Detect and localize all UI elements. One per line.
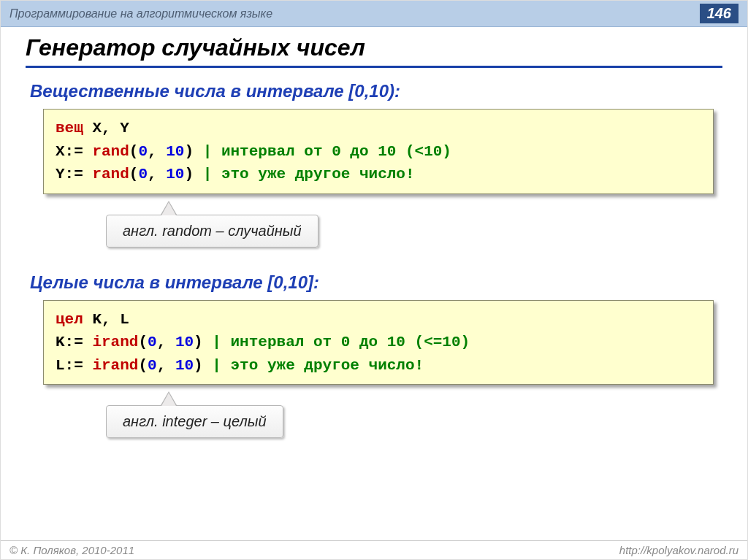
section-real: Вещественные числа в интервале [0,10): в… xyxy=(26,81,722,248)
comment: | это уже другое число! xyxy=(212,357,424,374)
comment: | интервал от 0 до 10 (<10) xyxy=(203,143,451,160)
footer-url: http://kpolyakov.narod.ru xyxy=(619,544,739,556)
code-line: цел K, L xyxy=(56,308,701,331)
vars: X, Y xyxy=(83,120,129,137)
code-line: L:= irand(0, 10) | это уже другое число! xyxy=(56,354,701,377)
lhs: L:= xyxy=(56,357,83,374)
vars: K, L xyxy=(83,311,129,328)
arg: 10 xyxy=(166,143,184,160)
comment: | интервал от 0 до 10 (<=10) xyxy=(212,334,470,350)
paren: ) xyxy=(184,166,202,183)
sep: , xyxy=(148,143,166,160)
keyword: цел xyxy=(56,311,83,328)
page-number: 146 xyxy=(700,4,739,23)
fn: rand xyxy=(83,143,129,160)
paren: ) xyxy=(184,143,202,160)
arg: 10 xyxy=(166,166,184,183)
content: Генератор случайных чисел Вещественные ч… xyxy=(1,27,747,438)
comment: | это уже другое число! xyxy=(203,166,415,183)
course-title: Программирование на алгоритмическом язык… xyxy=(9,7,272,20)
note-callout: англ. integer – целый xyxy=(106,405,283,438)
note-text: англ. integer – целый xyxy=(123,413,267,429)
lhs: Y:= xyxy=(56,166,83,183)
paren: ( xyxy=(138,334,148,350)
code-line: Y:= rand(0, 10) | это уже другое число! xyxy=(56,163,701,186)
code-line: вещ X, Y xyxy=(56,117,701,140)
arg: 0 xyxy=(138,166,148,183)
header-bar: Программирование на алгоритмическом язык… xyxy=(1,1,747,27)
note-callout: англ. random – случайный xyxy=(106,215,318,248)
paren: ( xyxy=(129,143,139,160)
arg: 10 xyxy=(175,334,194,350)
arg: 0 xyxy=(138,143,148,160)
paren: ) xyxy=(194,357,212,374)
paren: ) xyxy=(194,334,212,350)
lhs: K:= xyxy=(56,334,83,350)
code-block: цел K, L K:= irand(0, 10) | интервал от … xyxy=(43,300,714,386)
section-heading: Вещественные числа в интервале [0,10): xyxy=(26,81,722,101)
sep: , xyxy=(148,166,166,183)
sep: , xyxy=(157,357,175,374)
slide-title: Генератор случайных чисел xyxy=(26,34,722,68)
code-line: K:= irand(0, 10) | интервал от 0 до 10 (… xyxy=(56,331,701,354)
keyword: вещ xyxy=(56,120,83,137)
callout-arrow-icon xyxy=(161,393,176,406)
section-heading: Целые числа в интервале [0,10]: xyxy=(26,272,722,293)
copyright: © К. Поляков, 2010-2011 xyxy=(9,544,134,556)
paren: ( xyxy=(129,166,139,183)
code-line: X:= rand(0, 10) | интервал от 0 до 10 (<… xyxy=(56,140,701,164)
sep: , xyxy=(157,334,175,350)
footer: © К. Поляков, 2010-2011 http://kpolyakov… xyxy=(1,540,747,559)
paren: ( xyxy=(138,357,148,374)
fn: rand xyxy=(83,166,129,183)
arg: 0 xyxy=(148,334,157,350)
fn: irand xyxy=(83,334,139,350)
fn: irand xyxy=(83,357,139,374)
callout-arrow-icon xyxy=(161,202,176,215)
arg: 0 xyxy=(148,357,157,374)
code-block: вещ X, Y X:= rand(0, 10) | интервал от 0… xyxy=(43,109,714,194)
lhs: X:= xyxy=(56,143,83,160)
arg: 10 xyxy=(175,357,194,374)
note-text: англ. random – случайный xyxy=(123,223,302,239)
section-integer: Целые числа в интервале [0,10]: цел K, L… xyxy=(26,272,722,439)
